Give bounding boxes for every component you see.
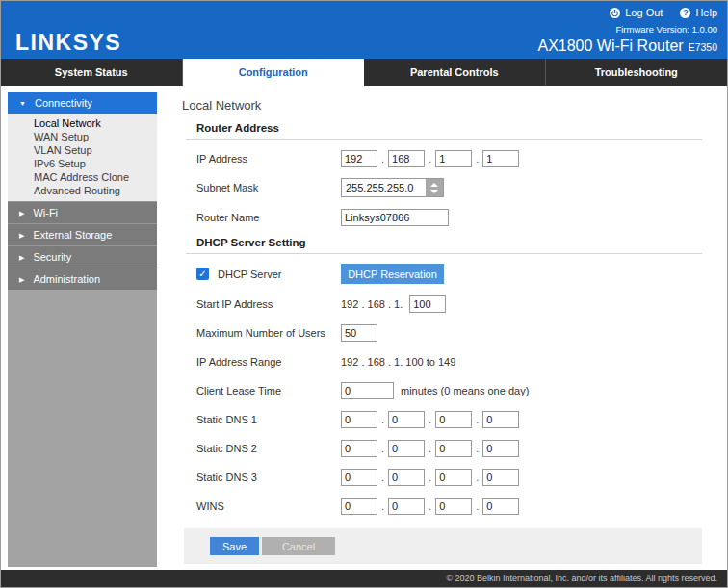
dhcp-server-label: DHCP Server — [218, 268, 281, 280]
ip-octet-2[interactable] — [388, 150, 425, 167]
lease-time-label: Client Lease Time — [196, 385, 341, 396]
sidebar: ▼ Connectivity Local Network WAN Setup V… — [8, 92, 157, 567]
lease-time-suffix: minutes (0 means one day) — [401, 385, 529, 396]
sidebar-item-wifi[interactable]: ▶ Wi-Fi — [8, 201, 157, 223]
wins-row: WINS . . . — [196, 497, 702, 515]
dhcp-rows: ✓ DHCP Server DHCP Reservation Start IP … — [182, 254, 702, 515]
main-content: Local Network Router Address IP Address … — [182, 86, 702, 572]
octet-separator: . — [476, 472, 479, 483]
ip-range-label: IP Address Range — [196, 356, 341, 368]
wins-octet-4[interactable] — [482, 498, 519, 515]
actions-band: Save Cancel — [184, 528, 702, 564]
logout-link[interactable]: Log Out — [610, 7, 663, 18]
sidebar-item-ipv6-setup[interactable]: IPv6 Setup — [8, 157, 157, 170]
dns3-octet-3[interactable] — [435, 469, 472, 486]
octet-separator: . — [429, 500, 431, 512]
octet-separator: . — [429, 443, 431, 454]
cancel-button[interactable]: Cancel — [262, 537, 335, 555]
dns2-octet-2[interactable] — [388, 440, 425, 457]
octet-separator: . — [429, 472, 431, 483]
dns1-octet-3[interactable] — [435, 411, 472, 428]
save-button[interactable]: Save — [210, 537, 259, 555]
subnet-spinner[interactable] — [426, 179, 443, 196]
dns1-octet-1[interactable] — [341, 411, 377, 428]
tab-configuration[interactable]: Configuration — [183, 59, 365, 86]
octet-separator: . — [476, 153, 479, 165]
ip-octet-3[interactable] — [435, 150, 472, 167]
sidebar-item-security[interactable]: ▶ Security — [8, 245, 157, 268]
tab-parental-controls[interactable]: Parental Controls — [364, 59, 546, 86]
sidebar-group-label: External Storage — [33, 229, 112, 241]
router-address-rows: IP Address . . . Subnet Mask 255.255.255… — [182, 140, 702, 226]
octet-separator: . — [381, 443, 384, 454]
dns3-octet-1[interactable] — [341, 469, 377, 486]
chevron-right-icon: ▶ — [19, 210, 24, 217]
router-name-input[interactable] — [341, 209, 449, 226]
linksys-logo: LINKSYS — [15, 30, 121, 56]
sidebar-group-label: Administration — [33, 273, 100, 285]
max-users-input[interactable] — [341, 324, 377, 342]
dns2-octet-1[interactable] — [341, 440, 377, 457]
router-name-row: Router Name — [196, 208, 702, 226]
router-title-text: AX1800 Wi-Fi Router — [537, 38, 683, 54]
logout-label: Log Out — [625, 7, 663, 18]
firmware-version: Firmware Version: 1.0.00 — [537, 24, 717, 35]
tab-system-status[interactable]: System Status — [1, 59, 183, 86]
sidebar-item-administration[interactable]: ▶ Administration — [8, 268, 157, 290]
octet-separator: . — [429, 414, 431, 425]
subnet-mask-label: Subnet Mask — [196, 182, 341, 193]
dhcp-server-row: ✓ DHCP Server DHCP Reservation — [196, 264, 702, 284]
dns1-octet-2[interactable] — [388, 411, 425, 428]
start-ip-input[interactable] — [409, 295, 446, 313]
dns2-octet-3[interactable] — [435, 440, 472, 457]
dhcp-server-field: ✓ DHCP Server — [196, 268, 341, 280]
sidebar-group-label: Connectivity — [35, 97, 92, 109]
sidebar-group-label: Wi-Fi — [33, 207, 58, 218]
start-ip-row: Start IP Address 192 . 168 . 1. — [196, 294, 702, 313]
octet-separator: . — [476, 443, 479, 454]
sidebar-item-wan-setup[interactable]: WAN Setup — [8, 130, 157, 143]
wins-octet-1[interactable] — [341, 498, 377, 515]
sidebar-item-vlan-setup[interactable]: VLAN Setup — [8, 143, 157, 157]
help-link[interactable]: ? Help — [680, 7, 717, 18]
connectivity-submenu: Local Network WAN Setup VLAN Setup IPv6 … — [8, 114, 157, 201]
static-dns2-row: Static DNS 2 . . . — [196, 439, 702, 457]
dns3-octet-2[interactable] — [388, 469, 425, 486]
dns3-octet-4[interactable] — [482, 469, 519, 486]
dns1-octet-4[interactable] — [482, 411, 519, 428]
octet-separator: . — [381, 472, 384, 483]
dhcp-server-checkbox[interactable]: ✓ — [196, 268, 209, 280]
ip-octet-4[interactable] — [482, 150, 519, 167]
max-users-label: Maximum Number of Users — [196, 327, 341, 339]
ip-octet-1[interactable] — [341, 150, 377, 167]
wins-octet-3[interactable] — [435, 498, 472, 515]
sidebar-item-connectivity[interactable]: ▼ Connectivity — [8, 92, 157, 114]
dhcp-reservation-button[interactable]: DHCP Reservation — [341, 264, 444, 284]
subnet-mask-select[interactable]: 255.255.255.0 — [341, 178, 444, 197]
router-model: E7350 — [689, 41, 717, 53]
sidebar-item-local-network[interactable]: Local Network — [8, 116, 157, 130]
static-dns3-label: Static DNS 3 — [196, 472, 341, 483]
lease-time-input[interactable] — [341, 382, 394, 399]
static-dns3-row: Static DNS 3 . . . — [196, 468, 702, 486]
help-icon: ? — [680, 8, 690, 18]
wins-octet-2[interactable] — [388, 498, 425, 515]
chevron-right-icon: ▶ — [19, 254, 24, 261]
dns2-octet-4[interactable] — [482, 440, 519, 457]
spinner-up-icon — [430, 183, 438, 187]
sidebar-item-external-storage[interactable]: ▶ External Storage — [8, 223, 157, 245]
page-title: Local Network — [182, 98, 702, 113]
wins-label: WINS — [196, 500, 341, 512]
octet-separator: . — [381, 153, 384, 165]
tab-troubleshooting[interactable]: Troubleshooting — [546, 59, 728, 86]
router-admin-page: LINKSYS Log Out ? Help Firmware Version:… — [0, 0, 728, 588]
spinner-down-icon — [430, 190, 438, 193]
static-dns2-label: Static DNS 2 — [196, 443, 341, 454]
max-users-row: Maximum Number of Users — [196, 323, 702, 342]
sidebar-item-advanced-routing[interactable]: Advanced Routing — [8, 184, 157, 197]
chevron-down-icon: ▼ — [19, 100, 26, 107]
copyright-text: © 2020 Belkin International, Inc. and/or… — [446, 574, 717, 583]
subnet-mask-value: 255.255.255.0 — [342, 179, 426, 196]
sidebar-item-mac-address-clone[interactable]: MAC Address Clone — [8, 170, 157, 184]
logout-power-icon — [610, 8, 620, 18]
